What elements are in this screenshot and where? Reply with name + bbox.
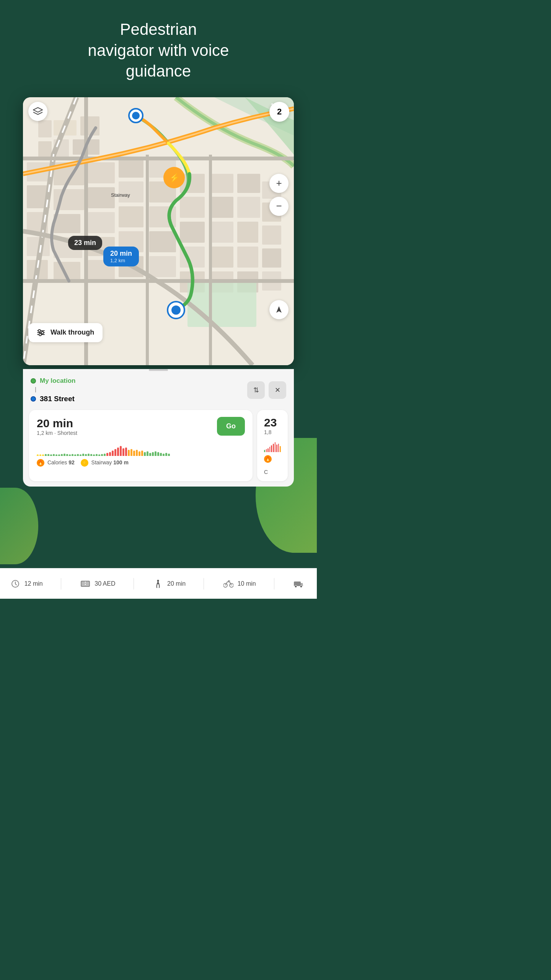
svg-rect-17 bbox=[88, 162, 115, 183]
calories-icon: 🔥 bbox=[37, 459, 44, 467]
elevation-bar bbox=[114, 449, 116, 456]
elevation-bar bbox=[157, 452, 159, 456]
svg-rect-23 bbox=[119, 181, 143, 203]
elevation-bar bbox=[74, 454, 76, 456]
elevation-bar bbox=[50, 454, 52, 456]
elevation-bar bbox=[85, 454, 87, 456]
svg-rect-19 bbox=[88, 212, 115, 233]
map-container: ⚡ 12:30 2 + − Stairway 23 min 20 min 1,2… bbox=[23, 97, 294, 365]
elevation-bar bbox=[160, 453, 162, 456]
bubble-dist: 1,2 km bbox=[110, 258, 132, 263]
svg-rect-31 bbox=[149, 256, 176, 277]
clock-icon bbox=[9, 579, 21, 588]
elevation-bar bbox=[61, 454, 63, 456]
elevation-bar bbox=[69, 454, 71, 456]
bg-swoosh-left bbox=[0, 488, 38, 564]
calories-value: 92 bbox=[68, 459, 75, 465]
svg-point-68 bbox=[41, 332, 44, 334]
elevation-bar bbox=[90, 454, 92, 456]
route-main-detail: 1,2 km · Shortest bbox=[37, 430, 77, 436]
nav-item-walk[interactable]: 20 min bbox=[152, 579, 186, 588]
nav-clock-label: 12 min bbox=[24, 580, 43, 587]
elevation-bar bbox=[101, 454, 103, 456]
elevation-bar bbox=[72, 454, 73, 456]
elevation-bar bbox=[122, 448, 124, 456]
bottom-panel: My location 381 Street ⇅ ✕ 20 min bbox=[23, 369, 294, 487]
elevation-bar-alt bbox=[273, 444, 274, 452]
svg-rect-52 bbox=[187, 281, 256, 327]
walk-through-button[interactable]: Walk through bbox=[28, 323, 103, 342]
route-card-main[interactable]: 20 min 1,2 km · Shortest Go 🔥 Calories 9… bbox=[29, 410, 253, 481]
elevation-bar bbox=[66, 454, 68, 456]
zoom-in-button[interactable]: + bbox=[269, 174, 289, 193]
elevation-bar bbox=[168, 454, 170, 456]
walk-through-label: Walk through bbox=[51, 328, 94, 336]
nav-item-bike[interactable]: 10 min bbox=[222, 579, 256, 588]
elevation-bar bbox=[39, 454, 41, 456]
svg-rect-24 bbox=[119, 206, 143, 227]
elevation-bar bbox=[42, 454, 44, 456]
nav-road-label: 30 AED bbox=[95, 580, 115, 587]
calories-label: Calories bbox=[47, 459, 67, 465]
route-meta: 🔥 Calories 92 ⚡ Stairway 100 m bbox=[37, 459, 245, 467]
nav-item-clock[interactable]: 12 min bbox=[9, 579, 43, 588]
swap-button[interactable]: ⇅ bbox=[247, 381, 265, 399]
elevation-bar bbox=[93, 454, 95, 456]
elevation-bar bbox=[149, 453, 151, 456]
calories-meta: 🔥 Calories 92 bbox=[37, 459, 75, 467]
destination-row: 381 Street bbox=[31, 395, 76, 403]
svg-text:⚡: ⚡ bbox=[169, 173, 180, 183]
svg-rect-43 bbox=[237, 197, 260, 218]
location-info: My location 381 Street bbox=[31, 377, 76, 403]
elevation-bar bbox=[55, 454, 57, 456]
origin-dot bbox=[31, 378, 36, 384]
nav-sep-1 bbox=[61, 578, 61, 590]
bottom-nav: 12 min 30 AED 20 min bbox=[0, 568, 317, 599]
route-main-time: 20 min bbox=[37, 417, 77, 430]
svg-rect-30 bbox=[149, 231, 176, 252]
routes-row: 20 min 1,2 km · Shortest Go 🔥 Calories 9… bbox=[23, 406, 294, 487]
nav-item-truck[interactable] bbox=[292, 579, 308, 588]
elevation-bar bbox=[141, 451, 143, 456]
zoom-out-button[interactable]: − bbox=[269, 197, 289, 216]
elevation-bar bbox=[165, 453, 167, 456]
road-icon bbox=[79, 579, 91, 588]
svg-rect-45 bbox=[237, 247, 258, 268]
svg-rect-5 bbox=[38, 120, 52, 137]
svg-rect-39 bbox=[210, 222, 233, 243]
route-card-alt[interactable]: 23 1,8 🔥 C bbox=[257, 410, 288, 481]
stairway-meta-label: Stairway bbox=[91, 459, 112, 465]
nav-bike-label: 10 min bbox=[238, 580, 256, 587]
svg-rect-42 bbox=[237, 174, 260, 193]
destination-dot bbox=[31, 396, 36, 402]
origin-label: My location bbox=[40, 377, 76, 385]
nav-walk-label: 20 min bbox=[167, 580, 186, 587]
elevation-bar bbox=[163, 454, 165, 456]
nav-item-road[interactable]: 30 AED bbox=[79, 579, 115, 588]
elevation-bar-alt bbox=[266, 449, 267, 452]
svg-point-74 bbox=[157, 580, 159, 581]
elevation-bar bbox=[53, 454, 55, 456]
go-button[interactable]: Go bbox=[217, 417, 245, 436]
origin-row: My location bbox=[31, 377, 76, 385]
elevation-bar-alt bbox=[271, 445, 272, 452]
route-count-badge: 2 bbox=[269, 102, 289, 122]
elevation-bar-alt bbox=[264, 450, 265, 452]
route-alt-time: 23 bbox=[264, 416, 281, 429]
navigate-button[interactable] bbox=[269, 300, 289, 319]
svg-rect-38 bbox=[210, 197, 233, 218]
elevation-bar-alt bbox=[269, 447, 271, 452]
destination-label: 381 Street bbox=[40, 395, 75, 403]
nav-sep-2 bbox=[134, 578, 134, 590]
elevation-bar bbox=[144, 452, 146, 456]
location-connector bbox=[35, 387, 36, 392]
route-alt-meta: 🔥 C bbox=[264, 455, 281, 475]
elevation-bar bbox=[112, 451, 114, 456]
elevation-bar bbox=[47, 454, 49, 456]
layers-button[interactable] bbox=[28, 102, 47, 121]
elevation-bar bbox=[80, 454, 82, 456]
elevation-bar bbox=[106, 453, 108, 456]
route-time-bubble-alt: 23 min bbox=[68, 236, 102, 250]
close-button[interactable]: ✕ bbox=[269, 381, 286, 399]
svg-rect-2 bbox=[80, 116, 99, 136]
